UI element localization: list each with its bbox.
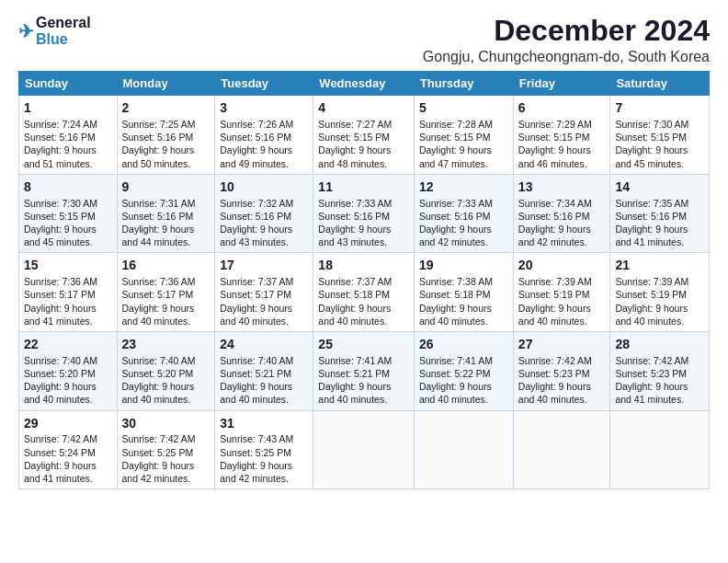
day-info: Sunrise: 7:29 AMSunset: 5:15 PMDaylight:… <box>518 118 606 170</box>
col-saturday: Saturday <box>610 72 710 96</box>
day-info: Sunrise: 7:41 AMSunset: 5:21 PMDaylight:… <box>318 354 409 407</box>
logo-line1: General <box>36 15 91 31</box>
day-number: 9 <box>122 178 210 196</box>
col-sunday: Sunday <box>19 72 118 96</box>
sunset-text: Sunset: 5:16 PM <box>24 132 96 143</box>
sunset-text: Sunset: 5:16 PM <box>122 211 194 222</box>
calendar-cell: 22Sunrise: 7:40 AMSunset: 5:20 PMDayligh… <box>19 331 118 410</box>
day-number: 1 <box>24 99 112 117</box>
day-number: 2 <box>122 99 210 117</box>
calendar-cell: 24Sunrise: 7:40 AMSunset: 5:21 PMDayligh… <box>215 331 313 410</box>
daylight-text: Daylight: 9 hours and 42 minutes. <box>419 224 492 247</box>
day-number: 26 <box>419 336 508 353</box>
sunset-text: Sunset: 5:15 PM <box>615 132 687 143</box>
sunrise-text: Sunrise: 7:42 AM <box>518 355 592 366</box>
sunrise-text: Sunrise: 7:43 AM <box>220 433 293 444</box>
calendar-cell: 16Sunrise: 7:36 AMSunset: 5:17 PMDayligh… <box>117 253 215 332</box>
day-number: 13 <box>518 178 606 196</box>
sunset-text: Sunset: 5:15 PM <box>24 211 96 222</box>
day-info: Sunrise: 7:36 AMSunset: 5:17 PMDaylight:… <box>24 275 112 327</box>
day-info: Sunrise: 7:42 AMSunset: 5:23 PMDaylight:… <box>518 354 606 407</box>
sunset-text: Sunset: 5:15 PM <box>518 132 590 143</box>
day-number: 20 <box>518 257 606 274</box>
day-number: 30 <box>122 415 210 432</box>
calendar-cell: 18Sunrise: 7:37 AMSunset: 5:18 PMDayligh… <box>313 253 415 332</box>
sunrise-text: Sunrise: 7:39 AM <box>518 276 592 287</box>
day-info: Sunrise: 7:40 AMSunset: 5:20 PMDaylight:… <box>122 354 210 407</box>
day-number: 6 <box>518 99 606 117</box>
header-row: Sunday Monday Tuesday Wednesday Thursday… <box>19 72 710 96</box>
day-info: Sunrise: 7:30 AMSunset: 5:15 PMDaylight:… <box>615 118 704 170</box>
sunset-text: Sunset: 5:21 PM <box>220 368 291 379</box>
calendar-cell: 9Sunrise: 7:31 AMSunset: 5:16 PMDaylight… <box>117 174 215 253</box>
calendar-cell: 5Sunrise: 7:28 AMSunset: 5:15 PMDaylight… <box>414 96 513 175</box>
daylight-text: Daylight: 9 hours and 45 minutes. <box>615 144 688 168</box>
daylight-text: Daylight: 9 hours and 40 minutes. <box>518 381 591 405</box>
day-info: Sunrise: 7:30 AMSunset: 5:15 PMDaylight:… <box>24 197 112 249</box>
calendar-cell <box>414 410 513 489</box>
calendar-cell: 8Sunrise: 7:30 AMSunset: 5:15 PMDaylight… <box>19 174 118 253</box>
day-info: Sunrise: 7:24 AMSunset: 5:16 PMDaylight:… <box>24 118 112 170</box>
sunrise-text: Sunrise: 7:34 AM <box>518 198 592 209</box>
sunset-text: Sunset: 5:20 PM <box>24 368 96 379</box>
day-number: 14 <box>615 178 704 196</box>
calendar-week-1: 1Sunrise: 7:24 AMSunset: 5:16 PMDaylight… <box>19 96 710 175</box>
sunrise-text: Sunrise: 7:42 AM <box>615 355 688 366</box>
day-number: 17 <box>220 257 308 274</box>
sunset-text: Sunset: 5:17 PM <box>220 289 291 300</box>
daylight-text: Daylight: 9 hours and 50 minutes. <box>122 144 195 168</box>
daylight-text: Daylight: 9 hours and 40 minutes. <box>220 381 292 405</box>
day-number: 15 <box>24 257 112 274</box>
daylight-text: Daylight: 9 hours and 40 minutes. <box>318 303 391 327</box>
sunset-text: Sunset: 5:25 PM <box>122 447 194 458</box>
logo-line2: Blue <box>36 31 91 48</box>
calendar-cell: 20Sunrise: 7:39 AMSunset: 5:19 PMDayligh… <box>513 253 610 332</box>
daylight-text: Daylight: 9 hours and 49 minutes. <box>220 144 292 168</box>
sunset-text: Sunset: 5:21 PM <box>318 368 390 379</box>
sunrise-text: Sunrise: 7:30 AM <box>615 119 688 130</box>
day-info: Sunrise: 7:27 AMSunset: 5:15 PMDaylight:… <box>318 118 409 170</box>
sunset-text: Sunset: 5:16 PM <box>220 211 291 222</box>
day-info: Sunrise: 7:35 AMSunset: 5:16 PMDaylight:… <box>615 197 704 249</box>
sunset-text: Sunset: 5:16 PM <box>615 211 687 222</box>
calendar-cell <box>313 410 415 489</box>
calendar-cell: 7Sunrise: 7:30 AMSunset: 5:15 PMDaylight… <box>610 96 710 175</box>
col-friday: Friday <box>513 72 610 96</box>
calendar-week-2: 8Sunrise: 7:30 AMSunset: 5:15 PMDaylight… <box>19 174 710 253</box>
daylight-text: Daylight: 9 hours and 40 minutes. <box>122 381 195 405</box>
calendar-cell: 12Sunrise: 7:33 AMSunset: 5:16 PMDayligh… <box>414 174 513 253</box>
sunrise-text: Sunrise: 7:31 AM <box>122 198 196 209</box>
daylight-text: Daylight: 9 hours and 46 minutes. <box>518 144 591 168</box>
sunrise-text: Sunrise: 7:32 AM <box>220 198 293 209</box>
daylight-text: Daylight: 9 hours and 41 minutes. <box>24 303 97 327</box>
calendar-cell: 28Sunrise: 7:42 AMSunset: 5:23 PMDayligh… <box>610 331 710 410</box>
sunrise-text: Sunrise: 7:40 AM <box>24 355 97 366</box>
sunset-text: Sunset: 5:24 PM <box>24 447 96 458</box>
daylight-text: Daylight: 9 hours and 40 minutes. <box>122 303 195 327</box>
sunrise-text: Sunrise: 7:33 AM <box>318 198 392 209</box>
sunset-text: Sunset: 5:19 PM <box>615 289 687 300</box>
col-thursday: Thursday <box>414 72 513 96</box>
calendar-cell: 1Sunrise: 7:24 AMSunset: 5:16 PMDaylight… <box>19 96 118 175</box>
day-number: 27 <box>518 336 606 353</box>
day-info: Sunrise: 7:40 AMSunset: 5:20 PMDaylight:… <box>24 354 112 407</box>
day-info: Sunrise: 7:42 AMSunset: 5:25 PMDaylight:… <box>122 432 210 485</box>
daylight-text: Daylight: 9 hours and 51 minutes. <box>24 144 97 168</box>
sunrise-text: Sunrise: 7:40 AM <box>220 355 293 366</box>
day-info: Sunrise: 7:28 AMSunset: 5:15 PMDaylight:… <box>419 118 508 170</box>
calendar-cell: 2Sunrise: 7:25 AMSunset: 5:16 PMDaylight… <box>117 96 215 175</box>
daylight-text: Daylight: 9 hours and 41 minutes. <box>615 224 688 247</box>
day-info: Sunrise: 7:36 AMSunset: 5:17 PMDaylight:… <box>122 275 210 327</box>
sunrise-text: Sunrise: 7:28 AM <box>419 119 493 130</box>
title-area: December 2024 Gongju, Chungcheongnam-do,… <box>423 15 710 65</box>
sunset-text: Sunset: 5:23 PM <box>518 368 590 379</box>
sunset-text: Sunset: 5:18 PM <box>419 289 491 300</box>
sunrise-text: Sunrise: 7:24 AM <box>24 119 97 130</box>
calendar-cell: 13Sunrise: 7:34 AMSunset: 5:16 PMDayligh… <box>513 174 610 253</box>
day-info: Sunrise: 7:33 AMSunset: 5:16 PMDaylight:… <box>318 197 409 249</box>
day-number: 23 <box>122 336 210 353</box>
day-number: 5 <box>419 99 508 117</box>
day-number: 12 <box>419 178 508 196</box>
daylight-text: Daylight: 9 hours and 43 minutes. <box>220 224 292 247</box>
day-info: Sunrise: 7:33 AMSunset: 5:16 PMDaylight:… <box>419 197 508 249</box>
